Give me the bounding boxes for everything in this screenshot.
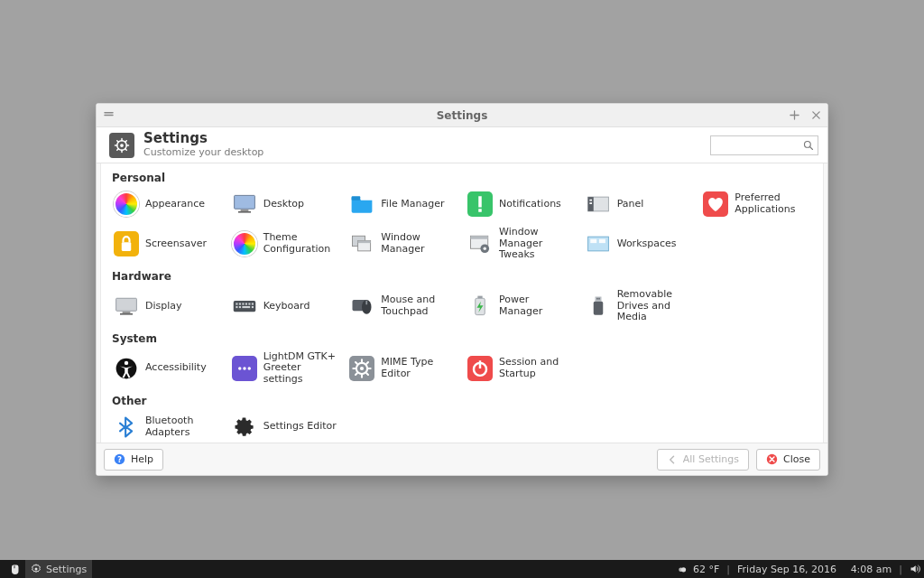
battery-icon bbox=[467, 294, 493, 319]
close-icon bbox=[766, 453, 778, 465]
svg-rect-26 bbox=[120, 313, 133, 315]
keyboard-icon bbox=[232, 294, 257, 319]
svg-rect-32 bbox=[248, 303, 250, 304]
panel-icon bbox=[586, 191, 611, 217]
item-screensaver[interactable]: Screensaver bbox=[108, 222, 226, 266]
item-file-manager[interactable]: File Manager bbox=[344, 186, 462, 222]
item-mouse-touchpad[interactable]: Mouse and Touchpad bbox=[344, 284, 462, 328]
color-wheel-icon bbox=[114, 191, 139, 217]
svg-rect-4 bbox=[240, 210, 248, 211]
svg-text:?: ? bbox=[117, 455, 122, 464]
item-window-manager[interactable]: Window Manager bbox=[344, 222, 462, 266]
svg-rect-21 bbox=[587, 237, 608, 251]
header-subtitle: Customize your desktop bbox=[143, 146, 263, 158]
usb-drive-icon bbox=[586, 294, 611, 319]
svg-rect-34 bbox=[236, 306, 237, 308]
item-panel[interactable]: Panel bbox=[580, 186, 698, 222]
svg-point-50 bbox=[243, 367, 246, 370]
svg-point-49 bbox=[238, 367, 242, 370]
bluetooth-icon bbox=[114, 415, 139, 440]
gear-square-icon bbox=[349, 356, 374, 381]
window-gear-icon bbox=[467, 231, 493, 256]
category-other: Other bbox=[112, 395, 816, 407]
category-system: System bbox=[112, 332, 816, 345]
notification-icon bbox=[467, 191, 493, 217]
svg-rect-18 bbox=[471, 236, 488, 239]
window-maximize-button[interactable] bbox=[788, 109, 800, 122]
gear-icon bbox=[31, 564, 42, 574]
item-notifications[interactable]: Notifications bbox=[462, 186, 580, 222]
svg-rect-5 bbox=[238, 211, 251, 213]
svg-rect-3 bbox=[234, 195, 254, 209]
item-display[interactable]: Display bbox=[108, 284, 226, 328]
color-wheel-icon bbox=[232, 231, 257, 256]
item-keyboard[interactable]: Keyboard bbox=[226, 284, 345, 328]
login-icon bbox=[232, 356, 257, 381]
monitor-icon bbox=[232, 191, 257, 217]
help-icon: ? bbox=[114, 453, 125, 465]
heart-icon bbox=[703, 191, 728, 217]
svg-rect-16 bbox=[358, 240, 371, 243]
search-field[interactable] bbox=[710, 135, 818, 155]
item-power-manager[interactable]: Power Manager bbox=[462, 284, 580, 328]
item-removable-drives[interactable]: Removable Drives and Media bbox=[580, 284, 698, 328]
item-settings-editor[interactable]: Settings Editor bbox=[226, 409, 345, 443]
display-icon bbox=[114, 294, 139, 319]
date-text[interactable]: Friday Sep 16, 2016 bbox=[737, 564, 836, 575]
svg-rect-28 bbox=[236, 303, 237, 304]
item-window-manager-tweaks[interactable]: Window Manager Tweaks bbox=[462, 222, 580, 266]
close-button[interactable]: Close bbox=[756, 449, 820, 471]
item-accessibility[interactable]: Accessibility bbox=[108, 347, 226, 390]
system-tray: 62 °F | Friday Sep 16, 2016 4:08 am | bbox=[677, 564, 920, 575]
search-input[interactable] bbox=[715, 139, 796, 151]
item-theme-configuration[interactable]: Theme Configuration bbox=[226, 222, 345, 266]
svg-rect-23 bbox=[599, 239, 605, 243]
svg-rect-43 bbox=[595, 296, 601, 301]
taskbar-app-label: Settings bbox=[46, 564, 87, 575]
lock-icon bbox=[114, 231, 139, 256]
window-menu-icon[interactable] bbox=[102, 109, 115, 122]
volume-icon[interactable] bbox=[910, 564, 920, 574]
item-session-startup[interactable]: Session and Startup bbox=[462, 347, 580, 390]
settings-app-icon bbox=[109, 133, 134, 158]
svg-point-53 bbox=[360, 367, 364, 370]
item-appearance[interactable]: Appearance bbox=[108, 186, 226, 222]
item-lightdm-greeter[interactable]: LightDM GTK+ Greeter settings bbox=[226, 347, 345, 390]
item-mime-editor[interactable]: MIME Type Editor bbox=[344, 347, 462, 390]
svg-rect-35 bbox=[239, 306, 241, 308]
svg-rect-55 bbox=[479, 360, 481, 368]
svg-rect-25 bbox=[123, 312, 131, 313]
help-button[interactable]: ? Help bbox=[104, 449, 163, 471]
svg-rect-31 bbox=[245, 303, 247, 304]
svg-rect-6 bbox=[352, 196, 361, 200]
svg-rect-7 bbox=[478, 196, 482, 207]
svg-point-48 bbox=[125, 360, 128, 364]
taskbar-app-settings[interactable]: Settings bbox=[25, 560, 92, 578]
svg-rect-33 bbox=[252, 303, 254, 304]
settings-window: Settings Settings Customize your desktop… bbox=[96, 103, 828, 476]
folder-icon bbox=[349, 191, 374, 217]
gear-icon bbox=[232, 415, 257, 440]
weather-text[interactable]: 62 °F bbox=[693, 564, 719, 575]
mouse-menu-icon bbox=[9, 564, 20, 574]
svg-rect-30 bbox=[242, 303, 244, 304]
window-close-button[interactable] bbox=[809, 109, 822, 122]
item-workspaces[interactable]: Workspaces bbox=[580, 222, 698, 266]
item-bluetooth[interactable]: Bluetooth Adapters bbox=[108, 409, 226, 443]
time-text[interactable]: 4:08 am bbox=[851, 564, 892, 575]
taskbar[interactable]: Settings 62 °F | Friday Sep 16, 2016 4:0… bbox=[0, 560, 924, 578]
item-preferred-applications[interactable]: Preferred Applications bbox=[698, 186, 816, 222]
svg-rect-12 bbox=[589, 202, 592, 204]
header-title: Settings bbox=[143, 132, 263, 146]
svg-point-20 bbox=[484, 247, 487, 250]
weather-icon bbox=[677, 564, 688, 574]
svg-rect-37 bbox=[252, 306, 254, 308]
svg-rect-13 bbox=[122, 242, 132, 251]
power-icon bbox=[467, 356, 493, 381]
search-icon bbox=[803, 140, 814, 151]
windows-icon bbox=[349, 231, 374, 256]
titlebar[interactable]: Settings bbox=[97, 104, 827, 127]
taskbar-menu-button[interactable] bbox=[4, 560, 25, 578]
item-desktop[interactable]: Desktop bbox=[226, 186, 345, 222]
header-text: Settings Customize your desktop bbox=[143, 132, 263, 158]
